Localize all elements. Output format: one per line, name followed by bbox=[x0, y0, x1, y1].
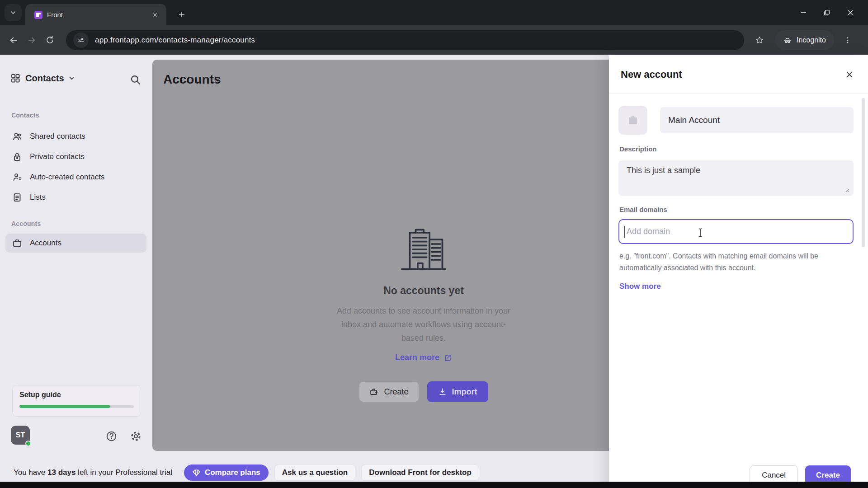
ask-question-button[interactable]: Ask us a question bbox=[274, 465, 355, 481]
sidebar-item-label: Private contacts bbox=[30, 152, 85, 161]
gem-icon bbox=[192, 469, 201, 477]
sidebar-item-auto-created-contacts[interactable]: Auto-created contacts bbox=[5, 168, 146, 187]
sidebar-item-label: Accounts bbox=[30, 239, 61, 248]
incognito-icon bbox=[783, 36, 792, 45]
search-icon bbox=[129, 74, 141, 85]
learn-more-label: Learn more bbox=[395, 353, 439, 362]
list-icon bbox=[12, 192, 23, 203]
bookmark-star-icon[interactable] bbox=[750, 31, 769, 49]
url-text: app.frontapp.com/contacts-manager/accoun… bbox=[95, 36, 255, 45]
window-controls bbox=[786, 0, 868, 25]
incognito-label: Incognito bbox=[797, 36, 826, 44]
browser-menu-button[interactable] bbox=[839, 31, 857, 49]
people-icon bbox=[12, 131, 23, 142]
sidebar-item-shared-contacts[interactable]: Shared contacts bbox=[5, 127, 146, 146]
trial-suffix: left in your Professional trial bbox=[75, 468, 172, 477]
window-minimize-button[interactable] bbox=[797, 7, 809, 19]
site-settings-icon[interactable] bbox=[73, 33, 89, 48]
setup-progress-track bbox=[19, 405, 134, 408]
url-bar[interactable]: app.frontapp.com/contacts-manager/accoun… bbox=[66, 30, 744, 50]
screen-bottom-strip bbox=[0, 482, 868, 488]
create-button-label: Create bbox=[384, 387, 408, 397]
setup-progress-fill bbox=[19, 405, 110, 408]
external-link-icon bbox=[443, 353, 452, 362]
forward-button[interactable] bbox=[23, 31, 41, 49]
reload-icon bbox=[45, 35, 55, 45]
avatar-initials: ST bbox=[16, 431, 25, 439]
compare-plans-button[interactable]: Compare plans bbox=[184, 465, 269, 481]
browser-tab-strip: Front bbox=[0, 0, 868, 25]
window-close-button[interactable] bbox=[844, 7, 856, 19]
download-icon bbox=[438, 387, 447, 396]
back-button[interactable] bbox=[5, 31, 23, 49]
account-avatar-placeholder[interactable] bbox=[618, 106, 647, 135]
reload-button[interactable] bbox=[41, 31, 59, 49]
grid-icon bbox=[10, 73, 21, 84]
tab-search-button[interactable] bbox=[5, 4, 22, 21]
add-domain-input[interactable] bbox=[618, 219, 854, 244]
panel-close-button[interactable] bbox=[843, 68, 856, 81]
chevron-down-icon bbox=[68, 74, 76, 82]
empty-state: No accounts yet Add accounts to see acco… bbox=[333, 228, 514, 402]
show-more-link[interactable]: Show more bbox=[619, 282, 661, 291]
arrow-right-icon bbox=[27, 35, 37, 45]
ibeam-cursor bbox=[697, 227, 704, 238]
incognito-badge: Incognito bbox=[775, 30, 834, 50]
panel-title: New account bbox=[621, 69, 843, 80]
empty-state-description: Add accounts to see account information … bbox=[333, 304, 514, 345]
settings-button[interactable] bbox=[129, 430, 142, 442]
text-caret bbox=[624, 226, 625, 238]
help-button[interactable] bbox=[105, 430, 118, 442]
tab-close-icon[interactable] bbox=[150, 10, 160, 20]
chevron-down-icon bbox=[9, 9, 17, 16]
workspace-label: Contacts bbox=[25, 73, 64, 84]
trial-days: 13 days bbox=[47, 468, 75, 477]
description-textarea[interactable]: This is just a sample bbox=[618, 160, 854, 196]
front-favicon-icon bbox=[34, 11, 42, 19]
arrow-left-icon bbox=[9, 35, 19, 45]
briefcase-plus-icon bbox=[369, 387, 379, 397]
browser-toolbar: app.frontapp.com/contacts-manager/accoun… bbox=[0, 25, 868, 55]
import-button-label: Import bbox=[452, 387, 477, 397]
workspace-switcher[interactable]: Contacts bbox=[10, 73, 76, 84]
compare-plans-label: Compare plans bbox=[205, 468, 260, 477]
browser-tab[interactable]: Front bbox=[25, 4, 166, 25]
empty-state-title: No accounts yet bbox=[333, 285, 514, 297]
learn-more-link[interactable]: Learn more bbox=[395, 353, 452, 362]
download-desktop-button[interactable]: Download Front for desktop bbox=[361, 465, 479, 481]
main-content-overlay: Accounts No accounts yet Add accounts to… bbox=[152, 60, 609, 451]
question-circle-icon bbox=[105, 430, 118, 442]
import-accounts-button[interactable]: Import bbox=[427, 381, 488, 402]
resize-handle-icon[interactable] bbox=[844, 187, 849, 192]
sidebar-item-accounts[interactable]: Accounts bbox=[5, 234, 146, 253]
trial-bar: You have 13 days left in your Profession… bbox=[0, 464, 868, 482]
briefcase-icon bbox=[626, 113, 640, 127]
search-button[interactable] bbox=[128, 73, 142, 86]
panel-header: New account bbox=[609, 55, 868, 94]
buildings-icon bbox=[399, 228, 448, 271]
tab-title: Front bbox=[47, 11, 150, 19]
accounts-section-label: Accounts bbox=[11, 220, 41, 227]
account-name-input[interactable] bbox=[660, 107, 854, 133]
sidebar-item-lists[interactable]: Lists bbox=[5, 188, 146, 207]
person-auto-icon bbox=[12, 172, 23, 183]
setup-guide-card[interactable]: Setup guide bbox=[12, 385, 141, 417]
new-tab-button[interactable] bbox=[175, 7, 189, 22]
panel-scrollbar[interactable] bbox=[862, 98, 865, 247]
gear-icon bbox=[130, 430, 142, 442]
lock-icon bbox=[12, 151, 23, 162]
window-restore-button[interactable] bbox=[821, 7, 833, 19]
page-title: Accounts bbox=[163, 72, 221, 87]
briefcase-icon bbox=[12, 238, 23, 249]
create-account-button[interactable]: Create bbox=[359, 381, 419, 402]
trial-text: You have 13 days left in your Profession… bbox=[14, 468, 172, 477]
sidebar-item-label: Lists bbox=[30, 193, 46, 202]
app-background: Contacts Contacts Shared contacts Privat… bbox=[0, 55, 868, 488]
sidebar-item-private-contacts[interactable]: Private contacts bbox=[5, 147, 146, 166]
contacts-section-label: Contacts bbox=[11, 112, 39, 119]
email-domains-label: Email domains bbox=[619, 206, 667, 213]
sidebar-item-label: Shared contacts bbox=[30, 132, 85, 141]
plus-icon bbox=[178, 11, 185, 18]
description-label: Description bbox=[619, 145, 657, 153]
kebab-menu-icon bbox=[844, 36, 852, 44]
